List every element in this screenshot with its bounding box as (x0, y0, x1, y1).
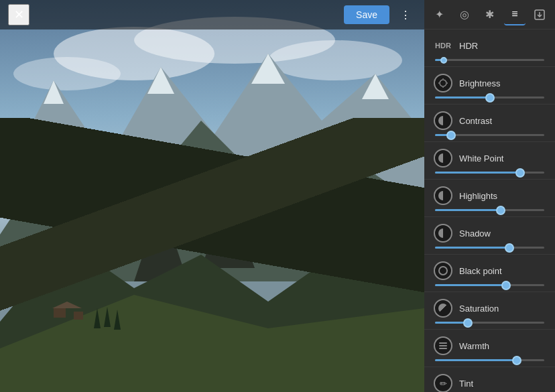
warmth-label: Warmth (459, 341, 489, 351)
warmth-line-2 (439, 345, 447, 346)
tint-header: ✏ Tint (434, 374, 546, 392)
contrast-track (435, 134, 544, 136)
svg-marker-10 (0, 121, 424, 281)
top-right-controls: Save ⋮ (344, 4, 416, 25)
svg-point-4 (13, 57, 121, 90)
pen-icon: ✏ (440, 379, 447, 389)
highlights-adjustment: Highlights (424, 180, 555, 217)
shadow-icon (434, 224, 452, 243)
svg-marker-14 (0, 295, 424, 392)
more-options-button[interactable]: ⋮ (395, 4, 416, 25)
tint-label: Tint (459, 379, 473, 389)
panel-icon-row: ✦ ◎ ✱ ≡ (424, 0, 555, 29)
white-point-header: White Point (434, 149, 546, 168)
tint-adjustment: ✏ Tint (424, 367, 555, 392)
warmth-line-1 (439, 342, 447, 344)
tools-icon[interactable]: ✱ (479, 4, 500, 25)
brightness-thumb[interactable] (485, 93, 495, 103)
contrast-label: Contrast (459, 116, 492, 126)
contrast-header: Contrast (434, 111, 546, 130)
svg-marker-16 (52, 302, 82, 308)
brightness-track (435, 96, 544, 99)
brightness-slider[interactable] (435, 96, 544, 99)
white-point-adjustment: White Point (424, 142, 555, 180)
top-toolbar: ✕ Save ⋮ (0, 0, 424, 29)
shadow-half-circle (438, 228, 448, 238)
black-point-fill (435, 284, 506, 286)
white-point-track (435, 172, 544, 174)
svg-marker-19 (104, 307, 111, 327)
filter-icon[interactable]: ◎ (454, 4, 475, 25)
photo-background (0, 0, 424, 392)
svg-marker-13 (0, 241, 424, 392)
svg-marker-18 (94, 308, 101, 328)
saturation-adjustment: Saturation (424, 292, 555, 330)
shadow-slider[interactable] (435, 247, 544, 249)
white-point-slider[interactable] (435, 172, 544, 174)
brightness-svg (438, 78, 448, 88)
warmth-adjustment: Warmth (424, 330, 555, 367)
svg-marker-12 (201, 194, 255, 268)
close-icon: ✕ (14, 7, 24, 22)
brightness-label: Brightness (459, 78, 500, 88)
white-point-thumb[interactable] (515, 168, 525, 178)
saturation-circle (438, 304, 448, 313)
hdr-icon: HDR (434, 36, 452, 55)
contrast-icon (434, 111, 452, 130)
saturation-label: Saturation (459, 304, 499, 314)
hdr-thumb[interactable] (440, 57, 447, 64)
white-point-fill (435, 172, 520, 174)
shadow-track (435, 247, 544, 249)
highlights-label: Highlights (459, 191, 497, 201)
contrast-slider[interactable] (435, 134, 544, 136)
close-button[interactable]: ✕ (8, 4, 29, 25)
export-icon[interactable] (529, 4, 550, 25)
saturation-track (435, 322, 544, 324)
black-point-label: Black point (459, 266, 502, 276)
black-point-thumb[interactable] (501, 281, 511, 290)
hdr-adjustment: HDR HDR (424, 29, 555, 67)
saturation-icon (434, 299, 452, 318)
shadow-label: Shadow (459, 228, 491, 239)
svg-marker-11 (134, 201, 188, 281)
highlights-slider[interactable] (435, 209, 544, 211)
adjust-icon[interactable]: ≡ (504, 4, 526, 25)
landscape-svg (0, 0, 424, 392)
saturation-header: Saturation (434, 299, 546, 318)
warmth-slider[interactable] (435, 359, 544, 361)
warmth-fill (435, 359, 517, 361)
highlights-track (435, 209, 544, 211)
warmth-track (435, 359, 544, 361)
white-point-label: White Point (459, 153, 503, 164)
warmth-thumb[interactable] (512, 356, 521, 365)
svg-point-3 (268, 40, 402, 80)
hdr-header: HDR HDR (434, 36, 546, 55)
black-point-slider[interactable] (435, 284, 544, 286)
black-point-icon (434, 261, 452, 280)
tint-icon: ✏ (434, 374, 452, 392)
white-point-half-circle (438, 153, 448, 163)
highlights-thumb[interactable] (496, 206, 505, 215)
black-point-header: Black point (434, 261, 546, 280)
black-point-track (435, 284, 544, 286)
highlights-fill (435, 209, 501, 211)
magic-wand-icon[interactable]: ✦ (429, 4, 450, 25)
hdr-label: HDR (459, 41, 478, 51)
highlights-half-circle (438, 191, 448, 200)
save-button[interactable]: Save (344, 5, 389, 24)
hdr-slider[interactable] (435, 59, 544, 61)
shadow-adjustment: Shadow (424, 217, 555, 255)
svg-marker-20 (114, 310, 121, 330)
svg-rect-15 (54, 308, 66, 318)
highlights-header: Highlights (434, 186, 546, 205)
saturation-slider[interactable] (435, 322, 544, 324)
contrast-adjustment: Contrast (424, 105, 555, 142)
contrast-thumb[interactable] (446, 131, 456, 140)
more-icon: ⋮ (400, 9, 411, 21)
saturation-thumb[interactable] (463, 318, 473, 328)
hdr-track (435, 59, 544, 61)
shadow-thumb[interactable] (505, 243, 514, 253)
warmth-lines (439, 342, 447, 349)
photo-area: ✕ Save ⋮ (0, 0, 424, 392)
contrast-half-circle (438, 116, 448, 125)
